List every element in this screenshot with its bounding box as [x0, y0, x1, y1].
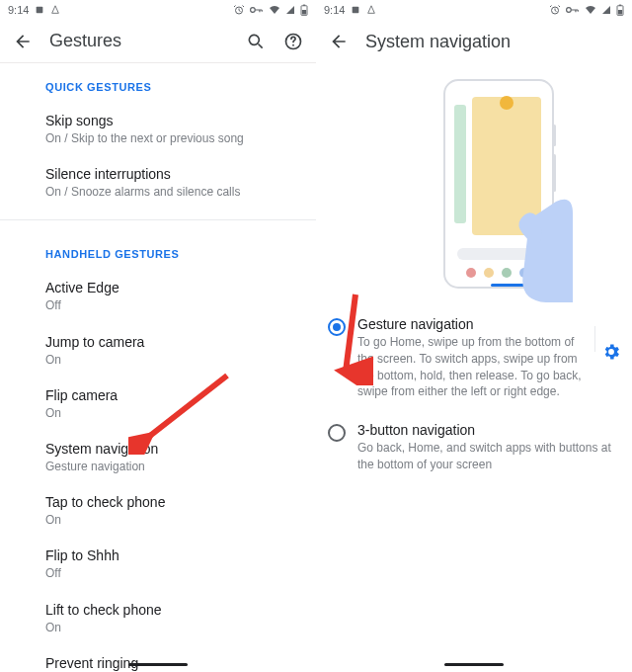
status-time: 9:14 — [8, 4, 29, 16]
item-title: Jump to camera — [45, 334, 292, 350]
back-button[interactable] — [12, 31, 34, 52]
page-title: Gestures — [49, 31, 121, 51]
home-indicator[interactable] — [128, 663, 188, 666]
svg-rect-4 — [303, 5, 305, 6]
svg-rect-17 — [553, 154, 556, 192]
svg-point-8 — [292, 43, 294, 45]
item-subtitle: Off — [45, 297, 292, 313]
notif-icon — [35, 5, 44, 15]
item-subtitle: Gesture navigation — [45, 459, 292, 474]
status-time: 9:14 — [324, 4, 345, 16]
item-lift-to-check-phone[interactable]: Lift to check phone On — [0, 592, 316, 645]
svg-point-22 — [466, 268, 476, 278]
search-button[interactable] — [245, 31, 267, 52]
item-skip-songs[interactable]: Skip songs On / Skip to the next or prev… — [0, 103, 316, 156]
section-header: QUICK GESTURES — [0, 63, 316, 103]
wifi-icon — [269, 5, 280, 15]
item-title: Active Edge — [45, 280, 292, 295]
item-title: System navigation — [45, 441, 292, 457]
section-header: HANDHELD GESTURES — [0, 230, 316, 270]
svg-rect-13 — [619, 5, 621, 6]
wifi-icon — [585, 5, 596, 15]
option-gesture-navigation[interactable]: Gesture navigation To go Home, swipe up … — [316, 306, 632, 412]
search-icon — [246, 32, 266, 51]
item-silence-interruptions[interactable]: Silence interruptions On / Snooze alarms… — [0, 156, 316, 210]
svg-point-23 — [484, 268, 494, 278]
divider — [0, 219, 316, 220]
gestures-screen: 9:14 Gestures QUICK GESTURES Skip songs … — [0, 0, 316, 672]
signal-icon — [601, 5, 611, 15]
alarm-icon — [233, 4, 245, 16]
option-subtitle: To go Home, swipe up from the bottom of … — [357, 334, 589, 400]
option-title: Gesture navigation — [357, 316, 589, 332]
page-title: System navigation — [365, 32, 511, 52]
item-active-edge[interactable]: Active Edge Off — [0, 270, 316, 323]
item-subtitle: On / Snooze alarms and silence calls — [45, 184, 292, 200]
home-indicator[interactable] — [444, 663, 504, 666]
radio-button[interactable] — [328, 424, 346, 442]
item-jump-to-camera[interactable]: Jump to camera On — [0, 324, 316, 378]
arrow-back-icon — [13, 32, 33, 51]
notif-icon — [50, 5, 60, 15]
app-bar: System navigation — [316, 20, 632, 63]
arrow-back-icon — [329, 32, 349, 51]
status-bar: 9:14 — [316, 0, 632, 20]
item-title: Lift to check phone — [45, 602, 292, 618]
option-title: 3-button navigation — [357, 422, 622, 438]
item-title: Silence interruptions — [45, 166, 292, 182]
item-subtitle: On — [45, 512, 292, 528]
status-bar: 9:14 — [0, 0, 316, 20]
svg-point-11 — [567, 8, 572, 13]
svg-rect-16 — [553, 125, 556, 146]
item-flip-camera[interactable]: Flip camera On — [0, 378, 316, 431]
item-prevent-ringing[interactable]: Prevent ringing On (vibrate) — [0, 645, 316, 672]
item-subtitle: Off — [45, 565, 292, 581]
svg-rect-9 — [353, 7, 359, 14]
svg-point-24 — [502, 268, 512, 278]
item-system-navigation[interactable]: System navigation Gesture navigation — [0, 431, 316, 484]
option-subtitle: Go back, Home, and switch apps with butt… — [357, 440, 622, 473]
item-title: Skip songs — [45, 113, 292, 128]
gesture-illustration — [370, 75, 578, 302]
alarm-icon — [549, 4, 561, 16]
item-subtitle: On — [45, 405, 292, 421]
back-button[interactable] — [328, 31, 350, 52]
signal-icon — [285, 5, 295, 15]
svg-point-20 — [500, 96, 514, 110]
svg-rect-5 — [302, 10, 306, 15]
svg-rect-14 — [618, 10, 622, 15]
item-title: Flip camera — [45, 387, 292, 403]
key-icon — [250, 5, 264, 15]
help-icon — [283, 32, 303, 51]
option-3-button-navigation[interactable]: 3-button navigation Go back, Home, and s… — [316, 412, 632, 485]
settings-list: QUICK GESTURES Skip songs On / Skip to t… — [0, 63, 316, 672]
svg-rect-18 — [454, 105, 466, 223]
notif-icon — [366, 5, 376, 15]
notif-icon — [351, 5, 360, 15]
item-title: Tap to check phone — [45, 494, 292, 510]
svg-rect-0 — [37, 7, 43, 14]
option-settings-button[interactable] — [600, 316, 622, 362]
svg-point-2 — [251, 8, 256, 13]
item-flip-to-shhh[interactable]: Flip to Shhh Off — [0, 538, 316, 591]
svg-rect-26 — [491, 284, 524, 287]
item-subtitle: On / Skip to the next or previous song — [45, 130, 292, 146]
item-subtitle: On — [45, 620, 292, 635]
svg-point-6 — [249, 35, 259, 44]
radio-button[interactable] — [328, 318, 346, 336]
item-subtitle: On — [45, 352, 292, 368]
item-tap-to-check-phone[interactable]: Tap to check phone On — [0, 484, 316, 538]
key-icon — [566, 5, 580, 15]
gear-icon — [601, 342, 621, 362]
battery-icon — [616, 4, 624, 16]
system-navigation-screen: 9:14 System navigation — [316, 0, 632, 672]
illustration — [316, 63, 632, 306]
app-bar: Gestures — [0, 20, 316, 63]
battery-icon — [300, 4, 308, 16]
help-button[interactable] — [282, 31, 304, 52]
item-title: Flip to Shhh — [45, 547, 292, 563]
